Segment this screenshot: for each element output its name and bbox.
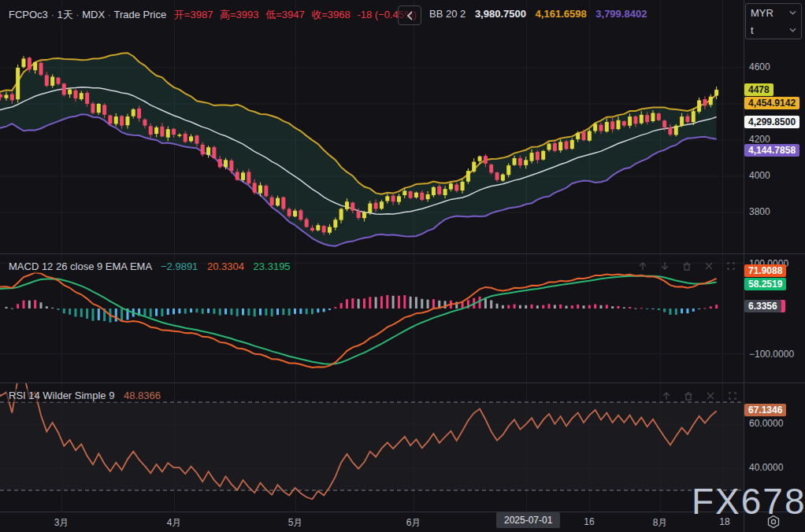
price-tick-label: 4200: [749, 134, 770, 145]
price-tick-label: 4000: [749, 170, 770, 181]
arrow-up-icon[interactable]: [660, 390, 673, 402]
time-axis-label: 3月: [54, 516, 69, 530]
arrow-down-icon[interactable]: [658, 260, 671, 272]
rsi-legend[interactable]: RSI 14 Wilder Simple 9 48.8366: [6, 389, 163, 402]
rsi-axis-badge: 67.1346: [744, 404, 786, 416]
close-icon[interactable]: [704, 390, 717, 402]
currency-selector[interactable]: MYR: [746, 4, 801, 21]
close-icon[interactable]: [703, 260, 715, 272]
bb-basis-value: 3,980.7500: [475, 8, 526, 20]
ohlc-low: 低=3947: [265, 9, 305, 20]
chevron-down-icon: [789, 10, 796, 15]
price-tick-label: 4600: [749, 61, 770, 72]
trash-icon[interactable]: [681, 260, 693, 272]
time-axis-label: 16: [584, 516, 594, 527]
macd-legend[interactable]: MACD 12 26 close 9 EMA EMA −2.9891 20.33…: [6, 260, 293, 273]
macd-axis-badge: 6.3356: [744, 300, 781, 312]
unit-value: t: [751, 24, 754, 36]
symbol-price-type: Trade Price: [114, 9, 167, 20]
macd-axis-badge: 58.2519: [744, 278, 786, 290]
rsi-tick-label: 60.0000: [749, 418, 783, 429]
pane-controls-macd: [636, 260, 737, 272]
symbol-interval: 1天: [57, 9, 72, 20]
bb-lower-value: 3,799.8402: [595, 8, 647, 20]
time-axis[interactable]: 3月4月5月6月168月182025-07-01: [0, 512, 805, 532]
rsi-tick-label: 40.0000: [749, 462, 783, 473]
pane-controls-rsi: [660, 390, 739, 402]
trash-icon[interactable]: [682, 390, 695, 402]
maximize-icon[interactable]: [726, 390, 739, 402]
macd-axis-badge: 71.9088: [744, 264, 786, 277]
legend-separator: ·: [50, 9, 54, 20]
price-axis-badge: 4478: [744, 83, 773, 96]
bb-legend[interactable]: BB 20 2 3,980.7500 4,161.6598 3,799.8402: [427, 7, 649, 20]
legend-separator: ·: [108, 9, 111, 20]
macd-line-value: 20.3304: [207, 260, 244, 272]
time-axis-label: 6月: [406, 516, 421, 530]
currency-panel: MYR t: [745, 3, 802, 39]
macd-hist-value: −2.9891: [161, 260, 198, 272]
macd-title: MACD 12 26 close 9 EMA EMA: [9, 260, 151, 272]
price-axis-badge: 4,144.7858: [744, 144, 799, 157]
macd-signal-value: 23.3195: [254, 260, 291, 272]
ohlc-high: 高=3993: [220, 9, 259, 20]
crosshair-date-badge: 2025-07-01: [496, 512, 560, 528]
price-tick-label: 3800: [749, 206, 770, 217]
back-button[interactable]: [398, 6, 421, 25]
bb-title: BB 20 2: [429, 8, 466, 20]
settings-icon[interactable]: [766, 514, 781, 532]
ohlc-open: 开=3987: [174, 9, 213, 20]
symbol-legend[interactable]: FCPOc3 · 1天 · MDX · Trade Price 开=3987 高…: [6, 7, 419, 23]
maximize-icon[interactable]: [725, 260, 737, 272]
symbol-exchange: MDX: [82, 9, 105, 20]
arrow-up-icon[interactable]: [636, 260, 649, 272]
time-axis-label: 8月: [653, 516, 668, 530]
rsi-title: RSI 14 Wilder Simple 9: [9, 390, 114, 401]
chevron-down-icon: [789, 28, 796, 32]
trading-chart-window: FCPOc3 · 1天 · MDX · Trade Price 开=3987 高…: [0, 0, 805, 532]
macd-tick-label: −100.0000: [749, 349, 794, 360]
legend-separator: ·: [76, 9, 79, 20]
rsi-value: 48.8366: [124, 390, 161, 401]
time-axis-label: 18: [719, 516, 729, 527]
price-axis[interactable]: 460042004000380044784,454.91424,299.8500…: [744, 0, 805, 512]
currency-value: MYR: [751, 7, 773, 19]
chevron-left-icon: [406, 10, 414, 21]
symbol-name: FCPOc3: [9, 9, 48, 20]
ohlc-close: 收=3968: [311, 9, 351, 20]
time-axis-label: 5月: [288, 516, 303, 530]
bb-upper-value: 4,161.6598: [536, 8, 587, 20]
price-axis-badge: 4,454.9142: [744, 97, 799, 109]
unit-selector[interactable]: t: [746, 21, 801, 39]
price-axis-badge: 4,299.8500: [744, 116, 799, 128]
time-axis-label: 4月: [167, 516, 182, 530]
